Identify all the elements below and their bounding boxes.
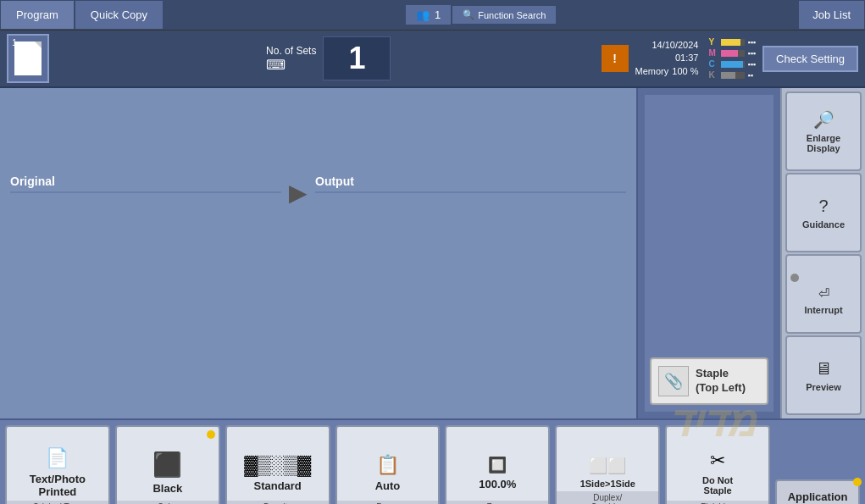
ink-levels: Y ▪▪▪ M ▪▪▪ C ▪▪▪ K ▪▪ [708, 37, 756, 80]
guidance-button[interactable]: ? Guidance [785, 173, 862, 252]
original-type-button[interactable]: 📄 Text/PhotoPrinted Original Type [5, 425, 110, 504]
output-box [315, 191, 626, 193]
staple-card[interactable]: 📎 Staple (Top Left) [650, 357, 768, 405]
duplex-button[interactable]: ⬜⬜ 1Side>1Side Duplex/Combine [555, 425, 660, 504]
orig-output-wrapper: Original ▶ Output [10, 95, 626, 273]
ink-m-squares: ▪▪▪ [747, 49, 756, 58]
original-type-label: Original Type [7, 501, 108, 504]
memory-label: Memory [635, 65, 669, 78]
ink-row-c: C ▪▪▪ [708, 59, 756, 69]
ink-y-bar [721, 39, 745, 46]
original-label: Original [10, 174, 281, 188]
zoom-icon: 🔲 [488, 456, 507, 474]
arrow-area: ▶ [281, 179, 315, 207]
ink-m-label: M [708, 48, 718, 58]
user-count: 1 [435, 8, 441, 21]
user-icon: 👥 [416, 8, 430, 21]
preview-label: Preview [806, 382, 841, 392]
staple-label: Staple [696, 367, 746, 381]
func-search-label: Function Search [478, 10, 546, 20]
ink-k-squares: ▪▪ [747, 71, 752, 80]
program-button[interactable]: Program [0, 0, 75, 30]
top-center: 👥 1 🔍 Function Search [164, 0, 798, 30]
density-label: Density [227, 501, 329, 504]
guidance-icon: ? [818, 197, 828, 216]
date-display: 14/10/2024 [635, 39, 699, 52]
doc-icon-corner [35, 42, 42, 48]
finishing-icon: ✂ [710, 450, 725, 472]
check-setting-button[interactable]: Check Setting [762, 46, 858, 72]
no-of-sets-value[interactable]: 1 [323, 36, 391, 80]
memory-value: 100 % [672, 65, 698, 78]
duplex-label: Duplex/Combine [557, 491, 658, 504]
enlarge-icon: 🔎 [813, 109, 835, 130]
density-value: Standard [253, 479, 301, 492]
staple-text: Staple (Top Left) [696, 367, 746, 396]
main-area: Original ▶ Output 📎 Staple (Top Left) [0, 88, 865, 418]
zoom-label: Zoom [446, 501, 548, 504]
job-list-button[interactable]: Job List [798, 0, 865, 30]
interrupt-dot [790, 274, 799, 282]
zoom-button[interactable]: 🔲 100.0% Zoom [445, 425, 550, 504]
paper-label: Paper [337, 501, 439, 504]
application-label: Application [788, 490, 848, 503]
ink-y-squares: ▪▪▪ [747, 38, 756, 47]
quick-copy-button[interactable]: Quick Copy [75, 0, 164, 30]
ink-row-y: Y ▪▪▪ [708, 37, 756, 47]
preview-icon: 🖥 [815, 359, 832, 379]
density-icon: ▓▒░▒▓ [244, 454, 311, 476]
duplex-value: 1Side>1Side [580, 479, 635, 489]
doc-icon-inner [14, 42, 42, 75]
interrupt-button[interactable]: ⏎ Interrupt [785, 254, 862, 334]
original-type-icon: 📄 [46, 447, 69, 469]
status-right: ! 14/10/2024 01:37 Memory 100 % Y ▪▪▪ M … [602, 37, 858, 80]
color-label: Color [117, 501, 219, 504]
no-of-sets-area: No. of Sets ⌨ 1 [266, 36, 391, 80]
func-row: 📄 Text/PhotoPrinted Original Type ⬛ Blac… [0, 418, 865, 504]
zoom-value: 100.0% [479, 478, 516, 490]
paper-icon: 📋 [376, 454, 399, 476]
color-value: Black [152, 482, 182, 495]
keypad-icon[interactable]: ⌨ [266, 57, 316, 73]
alert-icon: ! [602, 45, 629, 72]
preview-button[interactable]: 🖥 Preview [785, 335, 862, 415]
status-bar: 1 No. of Sets ⌨ 1 ! 14/10/2024 01:37 Mem… [0, 30, 865, 88]
search-icon: 🔍 [463, 9, 474, 20]
ink-m-bar [721, 50, 745, 57]
finishing-button[interactable]: ✂ Do NotStaple Finishing [665, 425, 770, 504]
ink-c-bar [721, 61, 745, 68]
finishing-label: Finishing [667, 501, 768, 504]
color-icon: ⬛ [152, 451, 182, 479]
ink-row-m: M ▪▪▪ [708, 48, 756, 58]
original-type-value: Text/PhotoPrinted [30, 473, 86, 498]
user-badge[interactable]: 👥 1 [405, 4, 452, 25]
ink-k-bar [721, 72, 745, 79]
no-of-sets-label: No. of Sets ⌨ [266, 45, 316, 73]
app-yellow-dot [853, 478, 862, 486]
paper-value: Auto [375, 479, 401, 492]
ink-row-k: K ▪▪ [708, 70, 756, 80]
top-bar: Program Quick Copy 👥 1 🔍 Function Search… [0, 0, 865, 30]
ink-k-label: K [708, 70, 718, 80]
application-button[interactable]: Application [775, 479, 860, 504]
enlarge-display-label: Enlarge Display [790, 133, 857, 153]
enlarge-display-button[interactable]: 🔎 Enlarge Display [785, 91, 862, 171]
staple-icon: 📎 [664, 372, 683, 390]
finishing-value: Do NotStaple [702, 475, 733, 496]
guidance-label: Guidance [802, 219, 845, 230]
duplex-icon: ⬜⬜ [589, 457, 626, 475]
ink-y-label: Y [708, 37, 718, 47]
staple-area: 📎 Staple (Top Left) [645, 95, 774, 412]
interrupt-icon: ⏎ [818, 285, 829, 302]
staple-panel: 📎 Staple (Top Left) [636, 88, 780, 418]
color-button[interactable]: ⬛ Black Color [115, 425, 220, 504]
right-sidebar: 🔎 Enlarge Display ? Guidance ⏎ Interrupt… [780, 88, 865, 418]
ink-c-label: C [708, 59, 718, 69]
color-yellow-dot [207, 430, 215, 439]
density-button[interactable]: ▓▒░▒▓ Standard Density [225, 425, 330, 504]
datetime-area: 14/10/2024 01:37 Memory 100 % [635, 39, 699, 78]
paper-button[interactable]: 📋 Auto Paper [335, 425, 441, 504]
staple-sublabel: (Top Left) [696, 381, 746, 396]
func-search-button[interactable]: 🔍 Function Search [452, 5, 557, 25]
staple-icon-box: 📎 [658, 366, 689, 396]
